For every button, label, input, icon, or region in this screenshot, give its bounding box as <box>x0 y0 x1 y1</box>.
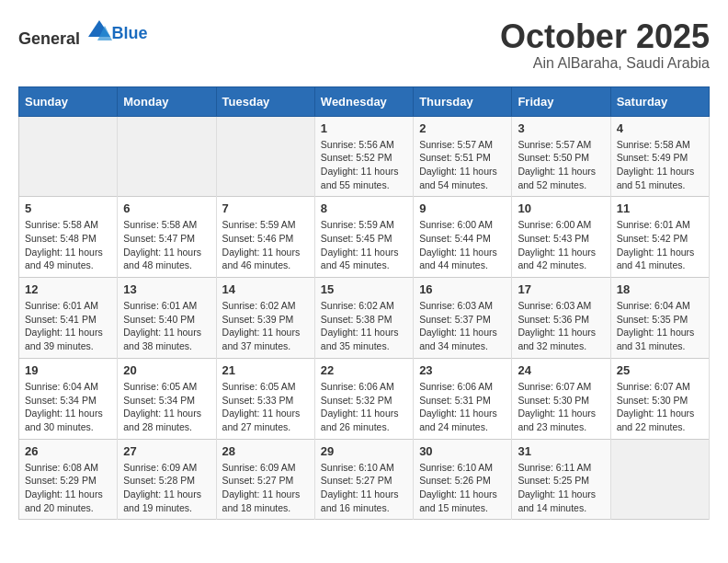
day-number: 29 <box>321 444 407 458</box>
month-title: October 2025 <box>500 18 710 55</box>
logo: General Blue <box>18 18 148 49</box>
day-number: 7 <box>222 201 309 215</box>
cell-info: Sunrise: 5:59 AM Sunset: 5:46 PM Dayligh… <box>222 218 309 272</box>
day-number: 23 <box>419 363 506 377</box>
cell-info: Sunrise: 5:56 AM Sunset: 5:52 PM Dayligh… <box>321 138 407 192</box>
cell-info: Sunrise: 6:07 AM Sunset: 5:30 PM Dayligh… <box>518 380 604 434</box>
cell-info: Sunrise: 6:04 AM Sunset: 5:35 PM Dayligh… <box>617 299 703 353</box>
day-number: 20 <box>123 363 210 377</box>
weekday-header-wednesday: Wednesday <box>314 86 413 116</box>
weekday-header-friday: Friday <box>512 86 610 116</box>
cell-info: Sunrise: 6:07 AM Sunset: 5:30 PM Dayligh… <box>617 380 703 434</box>
location-title: Ain AlBaraha, Saudi Arabia <box>500 55 710 72</box>
weekday-row: SundayMondayTuesdayWednesdayThursdayFrid… <box>19 86 710 116</box>
calendar-body: 1Sunrise: 5:56 AM Sunset: 5:52 PM Daylig… <box>19 116 710 520</box>
calendar-cell <box>216 116 314 197</box>
cell-info: Sunrise: 5:57 AM Sunset: 5:51 PM Dayligh… <box>419 138 506 192</box>
day-number: 3 <box>518 121 604 135</box>
weekday-header-tuesday: Tuesday <box>216 86 314 116</box>
day-number: 5 <box>25 201 111 215</box>
calendar-cell: 22Sunrise: 6:06 AM Sunset: 5:32 PM Dayli… <box>314 358 413 439</box>
day-number: 25 <box>617 363 703 377</box>
calendar-week-3: 12Sunrise: 6:01 AM Sunset: 5:41 PM Dayli… <box>19 278 710 359</box>
calendar-cell: 27Sunrise: 6:09 AM Sunset: 5:28 PM Dayli… <box>118 439 216 520</box>
day-number: 10 <box>518 201 604 215</box>
day-number: 8 <box>321 201 407 215</box>
calendar-cell: 17Sunrise: 6:03 AM Sunset: 5:36 PM Dayli… <box>512 278 610 359</box>
logo-general: General <box>18 29 80 48</box>
calendar-week-5: 26Sunrise: 6:08 AM Sunset: 5:29 PM Dayli… <box>19 439 710 520</box>
calendar-cell: 29Sunrise: 6:10 AM Sunset: 5:27 PM Dayli… <box>314 439 413 520</box>
calendar-cell: 11Sunrise: 6:01 AM Sunset: 5:42 PM Dayli… <box>610 197 709 278</box>
cell-info: Sunrise: 6:02 AM Sunset: 5:39 PM Dayligh… <box>222 299 309 353</box>
calendar-cell: 20Sunrise: 6:05 AM Sunset: 5:34 PM Dayli… <box>118 358 216 439</box>
cell-info: Sunrise: 5:57 AM Sunset: 5:50 PM Dayligh… <box>518 138 604 192</box>
day-number: 17 <box>518 282 604 296</box>
calendar-cell <box>610 439 709 520</box>
cell-info: Sunrise: 6:08 AM Sunset: 5:29 PM Dayligh… <box>25 461 111 515</box>
day-number: 21 <box>222 363 309 377</box>
cell-info: Sunrise: 6:09 AM Sunset: 5:27 PM Dayligh… <box>222 461 309 515</box>
day-number: 19 <box>25 363 111 377</box>
day-number: 18 <box>617 282 703 296</box>
day-number: 11 <box>617 201 703 215</box>
cell-info: Sunrise: 5:58 AM Sunset: 5:47 PM Dayligh… <box>123 218 210 272</box>
calendar-cell: 14Sunrise: 6:02 AM Sunset: 5:39 PM Dayli… <box>216 278 314 359</box>
day-number: 15 <box>321 282 407 296</box>
day-number: 14 <box>222 282 309 296</box>
weekday-header-monday: Monday <box>118 86 216 116</box>
day-number: 13 <box>123 282 210 296</box>
cell-info: Sunrise: 6:00 AM Sunset: 5:43 PM Dayligh… <box>518 218 604 272</box>
cell-info: Sunrise: 6:01 AM Sunset: 5:40 PM Dayligh… <box>123 299 210 353</box>
calendar-cell: 21Sunrise: 6:05 AM Sunset: 5:33 PM Dayli… <box>216 358 314 439</box>
calendar-cell: 25Sunrise: 6:07 AM Sunset: 5:30 PM Dayli… <box>610 358 709 439</box>
day-number: 12 <box>25 282 111 296</box>
calendar-cell: 26Sunrise: 6:08 AM Sunset: 5:29 PM Dayli… <box>19 439 118 520</box>
cell-info: Sunrise: 5:58 AM Sunset: 5:49 PM Dayligh… <box>617 138 703 192</box>
title-block: October 2025 Ain AlBaraha, Saudi Arabia <box>500 18 710 72</box>
logo-blue: Blue <box>112 24 148 42</box>
calendar-cell: 3Sunrise: 5:57 AM Sunset: 5:50 PM Daylig… <box>512 116 610 197</box>
calendar-cell <box>118 116 216 197</box>
cell-info: Sunrise: 6:10 AM Sunset: 5:27 PM Dayligh… <box>321 461 407 515</box>
cell-info: Sunrise: 5:59 AM Sunset: 5:45 PM Dayligh… <box>321 218 407 272</box>
cell-info: Sunrise: 6:03 AM Sunset: 5:37 PM Dayligh… <box>419 299 506 353</box>
calendar-cell: 31Sunrise: 6:11 AM Sunset: 5:25 PM Dayli… <box>512 439 610 520</box>
calendar-week-1: 1Sunrise: 5:56 AM Sunset: 5:52 PM Daylig… <box>19 116 710 197</box>
calendar-cell: 18Sunrise: 6:04 AM Sunset: 5:35 PM Dayli… <box>610 278 709 359</box>
calendar-cell: 5Sunrise: 5:58 AM Sunset: 5:48 PM Daylig… <box>19 197 118 278</box>
cell-info: Sunrise: 5:58 AM Sunset: 5:48 PM Dayligh… <box>25 218 111 272</box>
cell-info: Sunrise: 6:04 AM Sunset: 5:34 PM Dayligh… <box>25 380 111 434</box>
day-number: 28 <box>222 444 309 458</box>
calendar-cell: 7Sunrise: 5:59 AM Sunset: 5:46 PM Daylig… <box>216 197 314 278</box>
calendar-cell: 19Sunrise: 6:04 AM Sunset: 5:34 PM Dayli… <box>19 358 118 439</box>
day-number: 9 <box>419 201 506 215</box>
calendar-cell: 2Sunrise: 5:57 AM Sunset: 5:51 PM Daylig… <box>414 116 512 197</box>
calendar-cell: 13Sunrise: 6:01 AM Sunset: 5:40 PM Dayli… <box>118 278 216 359</box>
cell-info: Sunrise: 6:05 AM Sunset: 5:34 PM Dayligh… <box>123 380 210 434</box>
weekday-header-sunday: Sunday <box>19 86 118 116</box>
cell-info: Sunrise: 6:02 AM Sunset: 5:38 PM Dayligh… <box>321 299 407 353</box>
calendar-cell <box>19 116 118 197</box>
day-number: 26 <box>25 444 111 458</box>
calendar-week-2: 5Sunrise: 5:58 AM Sunset: 5:48 PM Daylig… <box>19 197 710 278</box>
weekday-header-saturday: Saturday <box>610 86 709 116</box>
calendar-cell: 1Sunrise: 5:56 AM Sunset: 5:52 PM Daylig… <box>314 116 413 197</box>
day-number: 31 <box>518 444 604 458</box>
day-number: 22 <box>321 363 407 377</box>
day-number: 24 <box>518 363 604 377</box>
cell-info: Sunrise: 6:06 AM Sunset: 5:32 PM Dayligh… <box>321 380 407 434</box>
calendar-cell: 24Sunrise: 6:07 AM Sunset: 5:30 PM Dayli… <box>512 358 610 439</box>
day-number: 4 <box>617 121 703 135</box>
calendar-table: SundayMondayTuesdayWednesdayThursdayFrid… <box>18 86 710 521</box>
cell-info: Sunrise: 6:10 AM Sunset: 5:26 PM Dayligh… <box>419 461 506 515</box>
day-number: 27 <box>123 444 210 458</box>
day-number: 2 <box>419 121 506 135</box>
day-number: 16 <box>419 282 506 296</box>
calendar-cell: 12Sunrise: 6:01 AM Sunset: 5:41 PM Dayli… <box>19 278 118 359</box>
cell-info: Sunrise: 6:01 AM Sunset: 5:41 PM Dayligh… <box>25 299 111 353</box>
calendar-cell: 30Sunrise: 6:10 AM Sunset: 5:26 PM Dayli… <box>414 439 512 520</box>
calendar-cell: 23Sunrise: 6:06 AM Sunset: 5:31 PM Dayli… <box>414 358 512 439</box>
calendar-cell: 8Sunrise: 5:59 AM Sunset: 5:45 PM Daylig… <box>314 197 413 278</box>
page-header: General Blue October 2025 Ain AlBaraha, … <box>18 18 710 72</box>
